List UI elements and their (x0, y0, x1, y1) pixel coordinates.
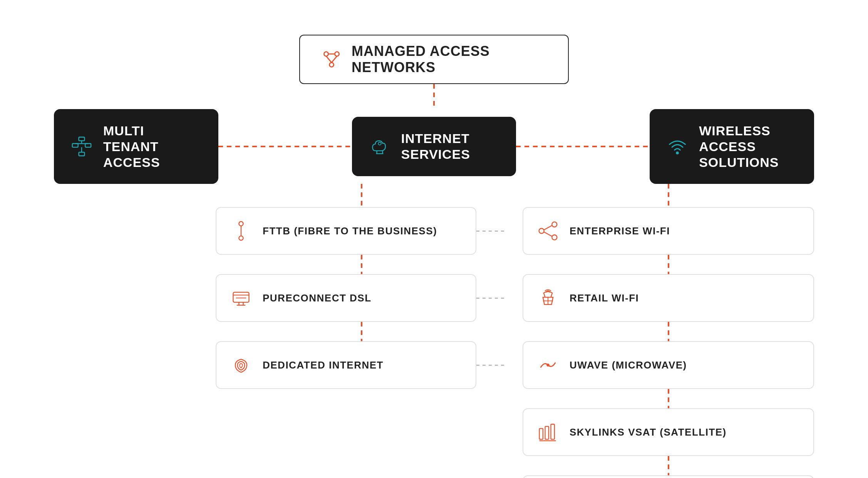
top-node-title: MANAGED ACCESS NETWORKS (352, 43, 549, 76)
h-connector-left (218, 146, 352, 147)
retail-wifi-box: RETAIL WI-FI (523, 274, 814, 322)
right-column: ENTERPRISE WI-FI (515, 184, 814, 478)
multi-tenant-label: MULTI TENANT ACCESS (103, 123, 203, 170)
diagram-container: MANAGED ACCESS NETWORKS (0, 0, 868, 478)
svg-line-3 (326, 56, 332, 63)
pureconnect-label: PURECONNECT DSL (263, 292, 372, 304)
svg-point-29 (539, 229, 544, 234)
svg-point-1 (335, 52, 339, 56)
uwave-label: UWAVE (MICROWAVE) (570, 359, 687, 371)
fttb-box: FTTB (FIBRE TO THE BUSINESS) (216, 207, 476, 255)
h-connector-fttb (476, 231, 507, 232)
center-column: FTTB (FIBRE TO THE BUSINESS) (216, 184, 515, 478)
h-connector-dsl (476, 298, 507, 299)
multi-tenant-box: MULTI TENANT ACCESS (54, 109, 218, 184)
wifi-icon (665, 134, 690, 159)
network-icon (69, 134, 94, 159)
svg-line-4 (332, 56, 337, 63)
skylinks-box: SKYLINKS VSAT (SATELLITE) (523, 408, 814, 456)
pureconnect-box: PURECONNECT DSL (216, 274, 476, 322)
svg-rect-8 (85, 144, 91, 147)
v-connector-fttb-dsl (361, 255, 362, 274)
svg-rect-6 (79, 137, 85, 141)
pureconnect-row: PURECONNECT DSL (216, 274, 507, 322)
dsl-icon (229, 286, 253, 310)
col-spacer (54, 184, 216, 478)
top-node: MANAGED ACCESS NETWORKS (299, 35, 569, 84)
v-connector-center (361, 184, 362, 207)
svg-point-18 (676, 151, 679, 154)
svg-point-35 (546, 364, 549, 367)
v-connector-right (668, 184, 669, 207)
v-connector-r3 (668, 389, 669, 408)
sponsored-box: SPONSORED INTERNET (523, 475, 814, 478)
svg-point-0 (324, 52, 328, 56)
svg-rect-7 (72, 144, 78, 147)
skylinks-label: SKYLINKS VSAT (SATELLITE) (570, 426, 727, 438)
signal-icon (536, 353, 560, 377)
svg-point-20 (239, 236, 243, 240)
satellite-icon (536, 420, 560, 444)
managed-networks-icon (319, 47, 344, 72)
svg-line-31 (544, 226, 552, 230)
svg-line-32 (544, 232, 552, 236)
share-icon (536, 219, 560, 243)
fttb-label: FTTB (FIBRE TO THE BUSINESS) (263, 225, 437, 237)
svg-point-2 (329, 62, 333, 67)
svg-rect-36 (540, 429, 543, 439)
svg-point-28 (552, 222, 557, 227)
svg-rect-22 (233, 292, 249, 302)
v-connector-r1 (668, 255, 669, 274)
fiber-icon (229, 219, 253, 243)
fttb-row: FTTB (FIBRE TO THE BUSINESS) (216, 207, 507, 255)
v-connector-dsl-dedicated (361, 322, 362, 341)
basket-icon (536, 286, 560, 310)
svg-point-30 (552, 235, 557, 240)
svg-point-19 (239, 222, 243, 226)
svg-rect-37 (545, 426, 549, 439)
h-connector-dedicated (476, 365, 507, 366)
columns-area: FTTB (FIBRE TO THE BUSINESS) (54, 184, 814, 478)
enterprise-wifi-box: ENTERPRISE WI-FI (523, 207, 814, 255)
fingerprint-icon (229, 353, 253, 377)
wireless-access-box: WIRELESS ACCESS SOLUTIONS (650, 109, 814, 184)
uwave-box: UWAVE (MICROWAVE) (523, 341, 814, 389)
enterprise-wifi-label: ENTERPRISE WI-FI (570, 225, 670, 237)
cloud-icon (367, 134, 392, 159)
v-connector-r2 (668, 322, 669, 341)
internet-services-box: INTERNET SERVICES (352, 117, 516, 176)
h-connector-right (516, 146, 650, 147)
svg-rect-38 (551, 424, 554, 439)
dedicated-label: DEDICATED INTERNET (263, 359, 384, 371)
svg-rect-9 (79, 152, 85, 156)
v-connector-r4 (668, 456, 669, 475)
v-connector-top (433, 84, 435, 109)
retail-wifi-label: RETAIL WI-FI (570, 292, 639, 304)
internet-services-label: INTERNET SERVICES (401, 131, 501, 162)
dedicated-box: DEDICATED INTERNET (216, 341, 476, 389)
wireless-access-label: WIRELESS ACCESS SOLUTIONS (699, 123, 799, 170)
second-row: MULTI TENANT ACCESS INTERNET SERVICES (54, 109, 814, 184)
dedicated-row: DEDICATED INTERNET (216, 341, 507, 389)
svg-point-17 (378, 142, 381, 145)
